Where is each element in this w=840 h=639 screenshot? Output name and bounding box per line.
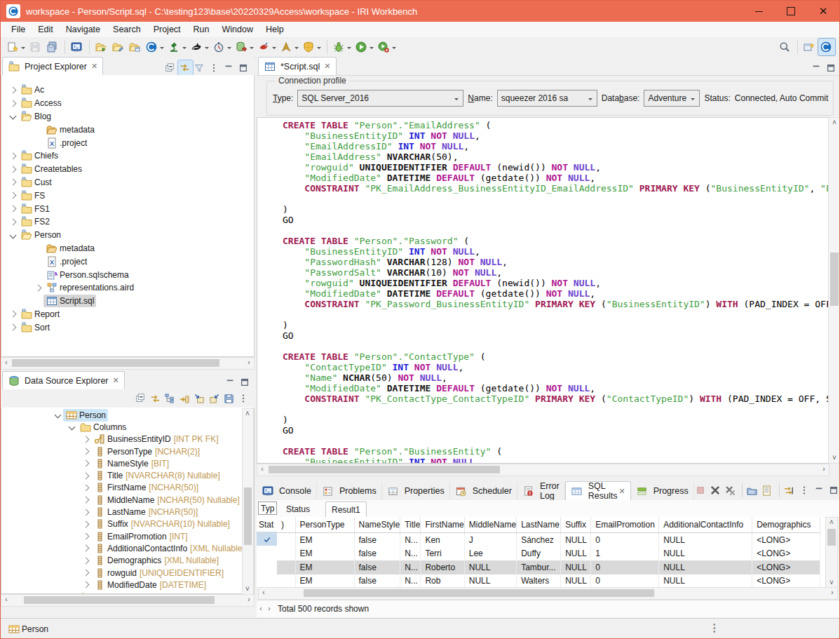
grid-cell[interactable]: N... (400, 574, 421, 588)
editor-hscrollbar[interactable]: ‹› (257, 464, 829, 476)
stop-button[interactable] (694, 483, 709, 498)
open-file-button[interactable] (746, 483, 761, 498)
grid-cell[interactable]: J (464, 533, 516, 547)
chevron-collapsed-icon[interactable] (7, 220, 18, 224)
maximize-button[interactable] (827, 483, 840, 498)
splitter-handle[interactable]: ••• (713, 623, 716, 633)
tree-item-demographics[interactable]: Demographics[XML Nullable] (1, 555, 254, 567)
grid-cell[interactable] (277, 533, 295, 547)
minimize-window-button[interactable] (743, 1, 775, 22)
grid-cell[interactable] (277, 574, 295, 588)
menu-navigate[interactable]: Navigate (60, 22, 107, 36)
database-load-button[interactable] (233, 39, 256, 55)
save-view-button[interactable] (222, 391, 237, 406)
grid-row[interactable]: EMfalseN...KenJSánchezNULL0NULL<LONG> (277, 533, 820, 547)
chevron-collapsed-icon[interactable] (32, 285, 43, 290)
chevron-collapsed-icon[interactable] (80, 473, 91, 478)
dropdown-caret-icon[interactable] (294, 47, 299, 51)
dropdown-caret-icon[interactable] (182, 47, 187, 51)
terminate-all-button[interactable] (724, 483, 738, 498)
tree-item-namestyle[interactable]: NameStyle[BIT] (1, 457, 254, 469)
tree-item-fs[interactable]: FS (1, 189, 254, 202)
grid-column-header[interactable]: PersonType (295, 517, 354, 533)
grid-cell[interactable]: NULL (659, 560, 752, 574)
tree-item-access[interactable]: Access (1, 97, 254, 110)
grid-cell[interactable]: 0 (591, 533, 659, 547)
grid-cell[interactable]: N... (400, 560, 421, 574)
stopwatch-button[interactable] (211, 39, 233, 55)
result-tab-status[interactable]: Status (280, 502, 316, 517)
dropdown-caret-icon[interactable] (392, 47, 396, 51)
close-window-button[interactable]: ✕ (807, 1, 839, 22)
project-explorer-tab[interactable]: Project Explorer ✕ (2, 57, 103, 75)
search-button[interactable] (777, 39, 794, 55)
grid-cell[interactable]: false (354, 547, 400, 561)
redirect-button[interactable] (783, 483, 798, 498)
grid-cell[interactable]: NULL (561, 533, 591, 547)
debug-button[interactable] (331, 39, 353, 55)
grid-cell[interactable]: Tambur... (517, 560, 561, 574)
chevron-collapsed-icon[interactable] (80, 497, 91, 502)
grid-cell[interactable]: Walters (517, 574, 561, 588)
maximize-button[interactable] (237, 60, 252, 75)
close-icon[interactable]: ✕ (113, 376, 119, 385)
grid-cell[interactable] (277, 547, 295, 561)
view-menu-button[interactable] (237, 391, 252, 406)
name-combo[interactable]: squeezer 2016 sa (497, 90, 597, 107)
grid-column-header[interactable]: Title (400, 517, 421, 533)
tree-item-createtables[interactable]: Createtables (1, 163, 254, 176)
grid-cell[interactable]: N... (400, 533, 421, 547)
query-filter-input[interactable]: Typ (258, 502, 277, 515)
chevron-collapsed-icon[interactable] (80, 522, 91, 527)
bird-gold-button[interactable] (278, 39, 301, 55)
chevron-collapsed-icon[interactable] (80, 437, 91, 442)
link-editor-button[interactable] (178, 60, 193, 75)
new-wizard-button[interactable] (5, 39, 27, 55)
tree-item-columns[interactable]: Columns (1, 421, 254, 433)
chevron-collapsed-icon[interactable] (7, 206, 18, 211)
tree-item-middlename[interactable]: MiddleName[NCHAR(50) Nullable] (1, 494, 254, 506)
editor-vscrollbar[interactable]: ˄˅ (828, 117, 840, 464)
chevron-expanded-icon[interactable] (7, 114, 18, 119)
terminate-button[interactable] (709, 483, 724, 498)
chevron-collapsed-icon[interactable] (80, 534, 91, 539)
chevron-collapsed-icon[interactable] (7, 167, 18, 172)
next-result-button[interactable]: › (265, 604, 273, 614)
orca-button[interactable] (189, 39, 211, 55)
grid-cell[interactable]: NULL (659, 533, 752, 547)
dropdown-caret-icon[interactable] (205, 47, 209, 51)
close-icon[interactable]: ✕ (91, 62, 97, 71)
tree-item-metadata[interactable]: metadata (1, 123, 254, 136)
tree-item-person-sqlschema[interactable]: MPerson.sqlschema (1, 268, 254, 281)
grid-cell[interactable]: Lee (464, 547, 516, 561)
hierarchy-button[interactable] (163, 391, 178, 406)
grid-cell[interactable]: false (354, 560, 400, 574)
dropdown-caret-icon[interactable] (370, 47, 374, 51)
tree-item-businessentityid[interactable]: BusinessEntityID[INT PK FK] (1, 433, 254, 445)
chevron-collapsed-icon[interactable] (80, 582, 91, 587)
tree-item--project[interactable]: X.project (1, 255, 254, 268)
menu-help[interactable]: Help (259, 22, 290, 36)
tree-item-metadata[interactable]: metadata (1, 242, 254, 255)
maximize-view-button[interactable] (823, 60, 838, 75)
tree-item-ac[interactable]: Ac (1, 83, 254, 97)
grid-cell[interactable]: EM (295, 560, 354, 574)
tree-item-persontype[interactable]: PersonType[NCHAR(2)] (1, 445, 254, 457)
chevron-collapsed-icon[interactable] (7, 101, 18, 106)
chevron-collapsed-icon[interactable] (7, 154, 18, 159)
tree-item-script-sql[interactable]: Script.sql (1, 295, 254, 308)
grid-cell[interactable]: NULL (561, 574, 591, 588)
result-grid-vscrollbar[interactable]: ˄˅ (825, 517, 838, 588)
grid-cell[interactable]: EM (295, 574, 354, 588)
tree-item-emailpromotion[interactable]: EmailPromotion[INT] (1, 530, 254, 542)
grid-cell[interactable]: Ken (421, 533, 464, 547)
dropdown-caret-icon[interactable] (21, 47, 25, 51)
dropdown-caret-icon[interactable] (317, 47, 321, 51)
iri-perspective-button[interactable] (818, 39, 835, 55)
tree-item-report[interactable]: Report (1, 308, 254, 321)
tree-item--project[interactable]: X.project (1, 136, 254, 149)
grid-cell[interactable]: NULL (464, 560, 516, 574)
sql-code-area[interactable]: CREATE TABLE "Person"."EmailAddress" ( "… (257, 117, 829, 464)
chevron-collapsed-icon[interactable] (80, 485, 91, 490)
menu-project[interactable]: Project (147, 22, 187, 36)
